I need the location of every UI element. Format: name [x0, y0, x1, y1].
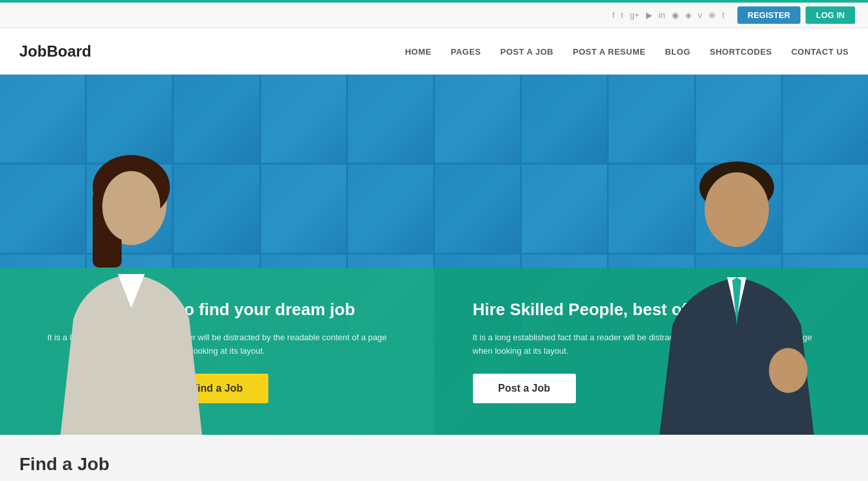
hero-section: Easiest way to find your dream job It is…: [0, 75, 868, 435]
svg-point-3: [102, 171, 160, 242]
nav-shortcodes[interactable]: SHORTCODES: [710, 47, 772, 57]
auth-buttons: REGISTER LOG IN: [737, 6, 855, 24]
site-logo[interactable]: JobBoard: [19, 42, 91, 60]
facebook-icon[interactable]: f: [612, 10, 614, 20]
main-nav: JobBoard HOME PAGES POST A JOB POST A RE…: [0, 28, 868, 75]
nav-blog[interactable]: BLOG: [665, 47, 690, 57]
google-plus-icon[interactable]: g+: [630, 10, 640, 20]
twitter-icon[interactable]: t: [621, 10, 623, 20]
bottom-section: Find a Job: [0, 435, 868, 481]
linkedin-icon[interactable]: in: [659, 10, 665, 20]
tumblr-icon[interactable]: t: [722, 10, 725, 20]
face-tile: [435, 165, 520, 253]
hero-person-man: [640, 139, 833, 435]
nav-post-resume[interactable]: POST A RESUME: [573, 47, 645, 57]
face-tile: [261, 165, 346, 253]
social-icons-bar: f t g+ ▶ in ◉ ◈ v ⊕ t: [612, 10, 724, 20]
register-button[interactable]: REGISTER: [737, 6, 800, 24]
post-job-button[interactable]: Post a Job: [473, 374, 576, 403]
face-tile: [348, 75, 433, 163]
bottom-section-title: Find a Job: [19, 454, 849, 475]
flickr-icon[interactable]: ◉: [672, 10, 679, 20]
login-button[interactable]: LOG IN: [806, 6, 855, 24]
nav-contact-us[interactable]: CONTACT US: [791, 47, 849, 57]
face-tile: [261, 75, 346, 163]
face-tile: [435, 75, 520, 163]
nav-home[interactable]: HOME: [405, 47, 431, 57]
nav-pages[interactable]: PAGES: [450, 47, 481, 57]
face-tile: [348, 165, 433, 253]
face-tile: [522, 165, 607, 253]
vimeo-icon[interactable]: v: [698, 10, 703, 20]
dribbble-icon[interactable]: ⊕: [708, 10, 716, 20]
youtube-icon[interactable]: ▶: [646, 10, 652, 20]
hero-person-woman: [35, 139, 228, 435]
nav-links-list: HOME PAGES POST A JOB POST A RESUME BLOG…: [405, 46, 849, 57]
svg-point-6: [769, 348, 808, 393]
top-bar: f t g+ ▶ in ◉ ◈ v ⊕ t REGISTER LOG IN: [0, 3, 868, 28]
rss-icon[interactable]: ◈: [685, 10, 692, 20]
nav-post-job[interactable]: POST A JOB: [500, 47, 553, 57]
face-tile: [522, 75, 607, 163]
svg-point-5: [705, 172, 769, 247]
